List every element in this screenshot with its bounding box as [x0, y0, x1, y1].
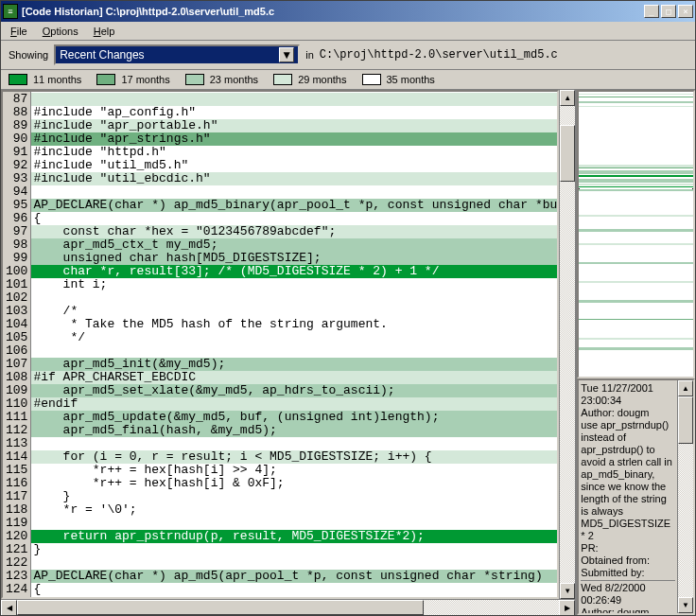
- legend-label: 35 months: [387, 74, 435, 85]
- scroll-thumb[interactable]: [678, 396, 693, 444]
- code-line[interactable]: #endif: [31, 397, 557, 411]
- code-editor[interactable]: 8788899091929394959697989910010110210310…: [1, 90, 559, 599]
- app-window: ≡ [Code Historian] C:\proj\httpd-2.0\ser…: [0, 0, 696, 616]
- code-line[interactable]: #include "util_ebcdic.h": [31, 172, 557, 185]
- code-line[interactable]: apr_md5_init(&my_md5);: [31, 358, 557, 371]
- history-entry[interactable]: Tue 11/27/2001 23:00:34Author: dougmuse …: [581, 382, 675, 581]
- line-number: 96: [6, 212, 27, 225]
- code-line[interactable]: apr_md5_ctx_t my_md5;: [31, 238, 557, 252]
- vertical-scrollbar[interactable]: ▲ ▼: [559, 90, 575, 599]
- minimap[interactable]: [577, 90, 695, 378]
- code-line[interactable]: */: [31, 331, 557, 344]
- line-number: 121: [6, 543, 27, 556]
- code-line[interactable]: [31, 437, 557, 450]
- minimap-line: [579, 106, 693, 107]
- code-line[interactable]: *r++ = hex[hash[i] >> 4];: [31, 464, 557, 477]
- code-line[interactable]: *r++ = hex[hash[i] & 0xF];: [31, 477, 557, 490]
- minimap-line: [579, 170, 693, 174]
- code-line[interactable]: AP_DECLARE(char *) ap_md5_binary(apr_poo…: [31, 199, 557, 212]
- titlebar-text: [Code Historian] C:\proj\httpd-2.0\serve…: [22, 6, 644, 17]
- code-line[interactable]: {: [31, 212, 557, 225]
- menu-file[interactable]: File: [3, 24, 35, 39]
- code-line[interactable]: }: [31, 543, 557, 556]
- line-number: 109: [6, 384, 27, 397]
- line-number: 112: [6, 424, 27, 437]
- code-line[interactable]: const char *hex = "0123456789abcdef";: [31, 225, 557, 238]
- code-line[interactable]: #include "ap_config.h": [31, 106, 557, 119]
- line-number: 100: [6, 265, 27, 278]
- code-line[interactable]: return apr_pstrndup(p, result, MD5_DIGES…: [31, 530, 557, 543]
- legend-label: 17 months: [121, 74, 169, 85]
- minimap-line: [579, 215, 693, 217]
- app-icon: ≡: [3, 4, 18, 19]
- line-number: 123: [6, 570, 27, 583]
- scroll-down-icon[interactable]: ▼: [678, 597, 693, 613]
- line-number: 113: [6, 437, 27, 450]
- code-line[interactable]: [31, 517, 557, 530]
- view-dropdown[interactable]: Recent Changes ▼: [54, 44, 300, 65]
- code-line[interactable]: char *r, result[33]; /* (MD5_DIGESTSIZE …: [31, 265, 557, 278]
- legend-swatch: [273, 74, 292, 85]
- code-line[interactable]: #include "httpd.h": [31, 146, 557, 159]
- code-line[interactable]: #include "util_md5.h": [31, 159, 557, 172]
- code-line[interactable]: [31, 291, 557, 305]
- code-line[interactable]: {: [31, 583, 557, 596]
- minimap-line: [579, 319, 693, 320]
- scroll-right-icon[interactable]: ▶: [559, 600, 575, 615]
- code-line[interactable]: * Take the MD5 hash of the string argume…: [31, 318, 557, 331]
- code-content[interactable]: #include "ap_config.h"#include "apr_port…: [31, 92, 557, 597]
- code-line[interactable]: [31, 185, 557, 199]
- code-line[interactable]: apr_md5_update(&my_md5, buf, (unsigned i…: [31, 411, 557, 424]
- line-number: 105: [6, 331, 27, 344]
- scroll-thumb[interactable]: [560, 125, 575, 182]
- line-number: 90: [6, 132, 27, 146]
- menubar: File Options Help: [1, 22, 695, 41]
- code-line[interactable]: apr_md5_final(hash, &my_md5);: [31, 424, 557, 437]
- line-number: 91: [6, 146, 27, 159]
- history-scrollbar[interactable]: ▲ ▼: [677, 380, 693, 613]
- showing-label: Showing: [9, 49, 48, 61]
- minimap-line: [579, 184, 693, 185]
- minimap-line: [579, 94, 693, 95]
- hscroll-thumb[interactable]: [17, 600, 424, 615]
- file-path: C:\proj\httpd-2.0\server\util_md5.c: [320, 48, 558, 62]
- code-line[interactable]: #include "apr_strings.h": [31, 132, 557, 146]
- scroll-down-icon[interactable]: ▼: [560, 583, 575, 599]
- code-line[interactable]: for (i = 0, r = result; i < MD5_DIGESTSI…: [31, 450, 557, 464]
- minimap-line: [579, 300, 693, 303]
- chevron-down-icon[interactable]: ▼: [279, 47, 294, 62]
- line-number: 98: [6, 238, 27, 252]
- code-line[interactable]: int i;: [31, 278, 557, 291]
- code-line[interactable]: apr_md5_set_xlate(&my_md5, ap_hdrs_to_as…: [31, 384, 557, 397]
- scroll-up-icon[interactable]: ▲: [678, 380, 693, 396]
- in-label: in: [305, 49, 314, 61]
- code-line[interactable]: [31, 556, 557, 570]
- code-line[interactable]: *r = '\0';: [31, 503, 557, 517]
- line-number: 117: [6, 490, 27, 503]
- scroll-up-icon[interactable]: ▲: [560, 90, 575, 106]
- code-line[interactable]: }: [31, 490, 557, 503]
- code-line[interactable]: [31, 344, 557, 358]
- code-line[interactable]: [31, 93, 557, 106]
- line-number: 115: [6, 464, 27, 477]
- code-line[interactable]: unsigned char hash[MD5_DIGESTSIZE];: [31, 252, 557, 265]
- code-line[interactable]: #include "apr_portable.h": [31, 119, 557, 132]
- line-number: 104: [6, 318, 27, 331]
- line-number: 94: [6, 185, 27, 199]
- code-line[interactable]: /*: [31, 305, 557, 318]
- code-line[interactable]: #if APR_CHARSET_EBCDIC: [31, 371, 557, 384]
- scroll-left-icon[interactable]: ◀: [1, 600, 17, 615]
- minimap-line: [579, 262, 693, 264]
- dropdown-value: Recent Changes: [60, 48, 144, 62]
- menu-help[interactable]: Help: [86, 24, 123, 39]
- code-line[interactable]: AP_DECLARE(char *) ap_md5(apr_pool_t *p,…: [31, 570, 557, 583]
- line-number: 122: [6, 556, 27, 570]
- maximize-button[interactable]: □: [661, 5, 676, 18]
- line-number: 93: [6, 172, 27, 185]
- history-entry[interactable]: Wed 8/2/2000 00:26:49Author: dougmprefix…: [581, 582, 675, 613]
- minimize-button[interactable]: _: [644, 5, 659, 18]
- menu-options[interactable]: Options: [35, 24, 86, 39]
- horizontal-scrollbar[interactable]: ◀ ▶: [1, 599, 575, 615]
- close-button[interactable]: ×: [678, 5, 693, 18]
- line-number: 116: [6, 477, 27, 490]
